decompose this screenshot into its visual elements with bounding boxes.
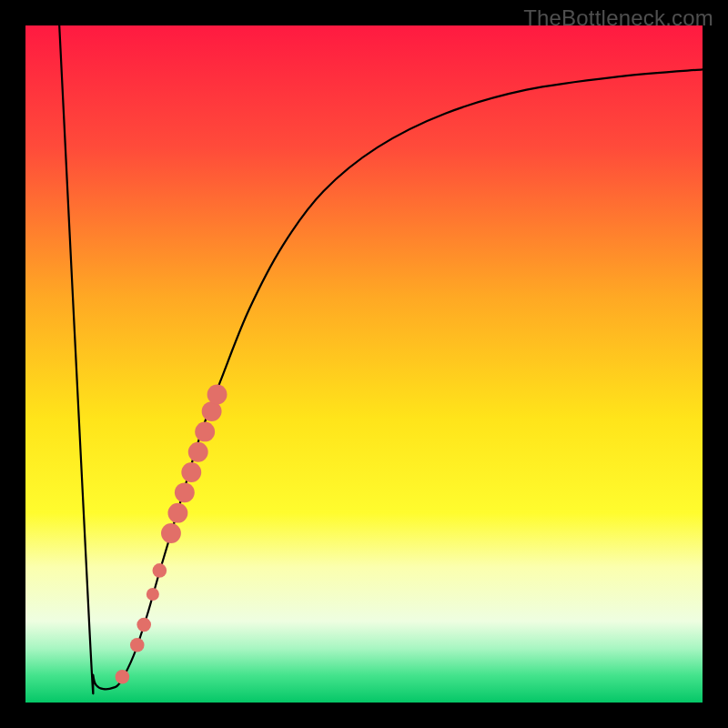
data-marker (207, 385, 228, 405)
chart-svg (25, 25, 703, 703)
data-marker (195, 421, 215, 441)
data-marker (175, 482, 195, 502)
chart-plot-area (25, 25, 703, 703)
data-marker (136, 618, 151, 632)
data-marker (167, 503, 187, 523)
data-marker (188, 442, 208, 462)
chart-frame: TheBottleneck.com (0, 0, 728, 728)
watermark-text: TheBottleneck.com (523, 5, 713, 31)
data-marker (147, 588, 159, 601)
data-marker (130, 638, 145, 652)
data-marker (116, 670, 130, 684)
chart-background (25, 25, 703, 703)
data-marker (202, 401, 222, 421)
data-marker (181, 462, 201, 482)
data-marker (161, 523, 181, 543)
data-marker (153, 563, 167, 578)
